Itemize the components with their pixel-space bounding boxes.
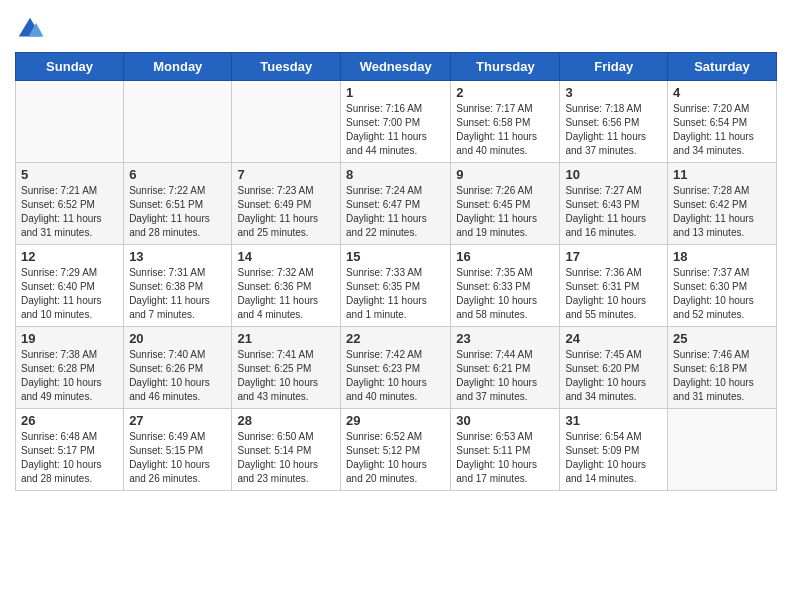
day-info: Sunrise: 7:28 AM Sunset: 6:42 PM Dayligh… xyxy=(673,184,771,240)
day-number: 17 xyxy=(565,249,662,264)
day-header-thursday: Thursday xyxy=(451,53,560,81)
calendar-table: SundayMondayTuesdayWednesdayThursdayFrid… xyxy=(15,52,777,491)
day-number: 9 xyxy=(456,167,554,182)
calendar-cell: 15Sunrise: 7:33 AM Sunset: 6:35 PM Dayli… xyxy=(341,245,451,327)
calendar-cell: 21Sunrise: 7:41 AM Sunset: 6:25 PM Dayli… xyxy=(232,327,341,409)
day-number: 22 xyxy=(346,331,445,346)
page: SundayMondayTuesdayWednesdayThursdayFrid… xyxy=(0,0,792,612)
day-number: 16 xyxy=(456,249,554,264)
day-info: Sunrise: 7:44 AM Sunset: 6:21 PM Dayligh… xyxy=(456,348,554,404)
calendar-cell: 7Sunrise: 7:23 AM Sunset: 6:49 PM Daylig… xyxy=(232,163,341,245)
week-row-3: 12Sunrise: 7:29 AM Sunset: 6:40 PM Dayli… xyxy=(16,245,777,327)
days-header-row: SundayMondayTuesdayWednesdayThursdayFrid… xyxy=(16,53,777,81)
day-info: Sunrise: 7:32 AM Sunset: 6:36 PM Dayligh… xyxy=(237,266,335,322)
day-info: Sunrise: 6:53 AM Sunset: 5:11 PM Dayligh… xyxy=(456,430,554,486)
calendar-cell xyxy=(16,81,124,163)
calendar-cell: 22Sunrise: 7:42 AM Sunset: 6:23 PM Dayli… xyxy=(341,327,451,409)
day-info: Sunrise: 7:31 AM Sunset: 6:38 PM Dayligh… xyxy=(129,266,226,322)
day-number: 27 xyxy=(129,413,226,428)
day-number: 1 xyxy=(346,85,445,100)
day-number: 21 xyxy=(237,331,335,346)
calendar-cell: 31Sunrise: 6:54 AM Sunset: 5:09 PM Dayli… xyxy=(560,409,668,491)
calendar-cell: 30Sunrise: 6:53 AM Sunset: 5:11 PM Dayli… xyxy=(451,409,560,491)
calendar-cell: 3Sunrise: 7:18 AM Sunset: 6:56 PM Daylig… xyxy=(560,81,668,163)
logo-icon xyxy=(15,14,45,44)
day-number: 3 xyxy=(565,85,662,100)
day-number: 4 xyxy=(673,85,771,100)
calendar-cell: 12Sunrise: 7:29 AM Sunset: 6:40 PM Dayli… xyxy=(16,245,124,327)
day-info: Sunrise: 7:21 AM Sunset: 6:52 PM Dayligh… xyxy=(21,184,118,240)
day-number: 26 xyxy=(21,413,118,428)
day-info: Sunrise: 7:17 AM Sunset: 6:58 PM Dayligh… xyxy=(456,102,554,158)
week-row-1: 1Sunrise: 7:16 AM Sunset: 7:00 PM Daylig… xyxy=(16,81,777,163)
calendar-cell: 4Sunrise: 7:20 AM Sunset: 6:54 PM Daylig… xyxy=(668,81,777,163)
day-info: Sunrise: 7:38 AM Sunset: 6:28 PM Dayligh… xyxy=(21,348,118,404)
calendar-cell: 17Sunrise: 7:36 AM Sunset: 6:31 PM Dayli… xyxy=(560,245,668,327)
day-number: 7 xyxy=(237,167,335,182)
day-number: 18 xyxy=(673,249,771,264)
week-row-5: 26Sunrise: 6:48 AM Sunset: 5:17 PM Dayli… xyxy=(16,409,777,491)
day-info: Sunrise: 7:22 AM Sunset: 6:51 PM Dayligh… xyxy=(129,184,226,240)
day-header-tuesday: Tuesday xyxy=(232,53,341,81)
day-number: 13 xyxy=(129,249,226,264)
calendar-cell: 28Sunrise: 6:50 AM Sunset: 5:14 PM Dayli… xyxy=(232,409,341,491)
calendar-cell: 11Sunrise: 7:28 AM Sunset: 6:42 PM Dayli… xyxy=(668,163,777,245)
day-info: Sunrise: 6:49 AM Sunset: 5:15 PM Dayligh… xyxy=(129,430,226,486)
day-number: 2 xyxy=(456,85,554,100)
day-number: 8 xyxy=(346,167,445,182)
header xyxy=(15,10,777,44)
day-number: 5 xyxy=(21,167,118,182)
calendar-cell: 14Sunrise: 7:32 AM Sunset: 6:36 PM Dayli… xyxy=(232,245,341,327)
day-info: Sunrise: 7:18 AM Sunset: 6:56 PM Dayligh… xyxy=(565,102,662,158)
day-info: Sunrise: 7:29 AM Sunset: 6:40 PM Dayligh… xyxy=(21,266,118,322)
day-info: Sunrise: 7:42 AM Sunset: 6:23 PM Dayligh… xyxy=(346,348,445,404)
day-number: 23 xyxy=(456,331,554,346)
day-header-wednesday: Wednesday xyxy=(341,53,451,81)
week-row-2: 5Sunrise: 7:21 AM Sunset: 6:52 PM Daylig… xyxy=(16,163,777,245)
day-number: 6 xyxy=(129,167,226,182)
day-info: Sunrise: 6:48 AM Sunset: 5:17 PM Dayligh… xyxy=(21,430,118,486)
day-info: Sunrise: 7:40 AM Sunset: 6:26 PM Dayligh… xyxy=(129,348,226,404)
calendar-cell: 25Sunrise: 7:46 AM Sunset: 6:18 PM Dayli… xyxy=(668,327,777,409)
calendar-cell: 8Sunrise: 7:24 AM Sunset: 6:47 PM Daylig… xyxy=(341,163,451,245)
day-info: Sunrise: 7:20 AM Sunset: 6:54 PM Dayligh… xyxy=(673,102,771,158)
day-number: 11 xyxy=(673,167,771,182)
calendar-cell: 19Sunrise: 7:38 AM Sunset: 6:28 PM Dayli… xyxy=(16,327,124,409)
calendar-cell xyxy=(124,81,232,163)
day-info: Sunrise: 7:37 AM Sunset: 6:30 PM Dayligh… xyxy=(673,266,771,322)
calendar-cell: 26Sunrise: 6:48 AM Sunset: 5:17 PM Dayli… xyxy=(16,409,124,491)
day-info: Sunrise: 6:50 AM Sunset: 5:14 PM Dayligh… xyxy=(237,430,335,486)
calendar-cell: 24Sunrise: 7:45 AM Sunset: 6:20 PM Dayli… xyxy=(560,327,668,409)
calendar-cell: 27Sunrise: 6:49 AM Sunset: 5:15 PM Dayli… xyxy=(124,409,232,491)
day-number: 31 xyxy=(565,413,662,428)
day-info: Sunrise: 7:45 AM Sunset: 6:20 PM Dayligh… xyxy=(565,348,662,404)
calendar-cell xyxy=(232,81,341,163)
day-info: Sunrise: 7:46 AM Sunset: 6:18 PM Dayligh… xyxy=(673,348,771,404)
calendar-cell: 2Sunrise: 7:17 AM Sunset: 6:58 PM Daylig… xyxy=(451,81,560,163)
day-number: 29 xyxy=(346,413,445,428)
calendar-cell: 23Sunrise: 7:44 AM Sunset: 6:21 PM Dayli… xyxy=(451,327,560,409)
day-header-sunday: Sunday xyxy=(16,53,124,81)
calendar-cell: 6Sunrise: 7:22 AM Sunset: 6:51 PM Daylig… xyxy=(124,163,232,245)
day-header-friday: Friday xyxy=(560,53,668,81)
calendar-cell: 20Sunrise: 7:40 AM Sunset: 6:26 PM Dayli… xyxy=(124,327,232,409)
day-number: 10 xyxy=(565,167,662,182)
calendar-cell xyxy=(668,409,777,491)
day-number: 12 xyxy=(21,249,118,264)
day-info: Sunrise: 7:26 AM Sunset: 6:45 PM Dayligh… xyxy=(456,184,554,240)
day-info: Sunrise: 7:33 AM Sunset: 6:35 PM Dayligh… xyxy=(346,266,445,322)
day-number: 25 xyxy=(673,331,771,346)
calendar-cell: 13Sunrise: 7:31 AM Sunset: 6:38 PM Dayli… xyxy=(124,245,232,327)
day-info: Sunrise: 7:27 AM Sunset: 6:43 PM Dayligh… xyxy=(565,184,662,240)
day-info: Sunrise: 7:16 AM Sunset: 7:00 PM Dayligh… xyxy=(346,102,445,158)
day-number: 14 xyxy=(237,249,335,264)
day-number: 20 xyxy=(129,331,226,346)
calendar-cell: 18Sunrise: 7:37 AM Sunset: 6:30 PM Dayli… xyxy=(668,245,777,327)
calendar-cell: 29Sunrise: 6:52 AM Sunset: 5:12 PM Dayli… xyxy=(341,409,451,491)
day-info: Sunrise: 7:24 AM Sunset: 6:47 PM Dayligh… xyxy=(346,184,445,240)
day-info: Sunrise: 7:36 AM Sunset: 6:31 PM Dayligh… xyxy=(565,266,662,322)
day-info: Sunrise: 7:35 AM Sunset: 6:33 PM Dayligh… xyxy=(456,266,554,322)
day-header-saturday: Saturday xyxy=(668,53,777,81)
calendar-cell: 1Sunrise: 7:16 AM Sunset: 7:00 PM Daylig… xyxy=(341,81,451,163)
day-number: 15 xyxy=(346,249,445,264)
